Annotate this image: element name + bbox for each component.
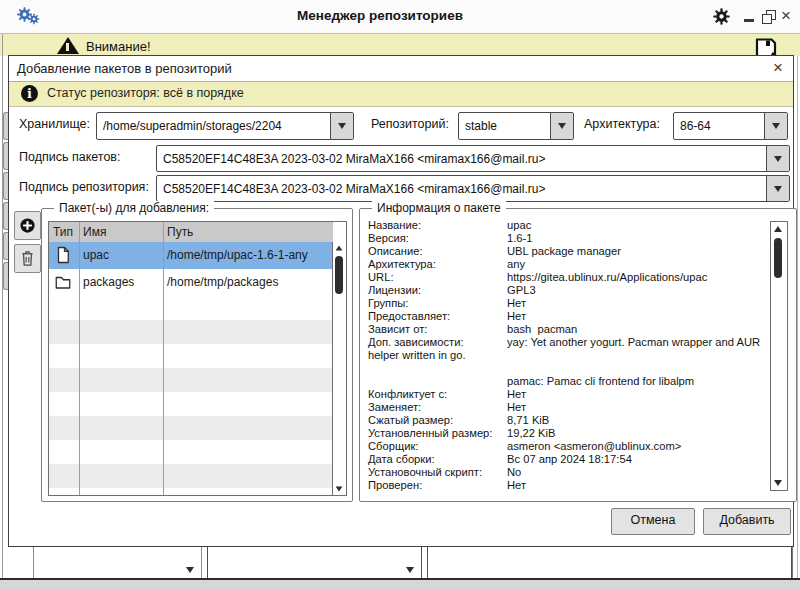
info-label: Сжатый размер: [368, 414, 453, 426]
package-path: /home/tmp/upac-1.6-1-any [167, 248, 308, 262]
plus-icon [18, 216, 37, 235]
info-row: Сжатый размер:8,71 KiB [360, 414, 770, 427]
info-row: Сборщик:asmeron <asmeron@ublinux.com> [360, 440, 770, 453]
scroll-up-icon[interactable] [336, 245, 343, 250]
info-value: GPL3 [507, 284, 536, 296]
info-row: Версия:1.6-1 [360, 232, 770, 245]
info-row: Группы:Нет [360, 297, 770, 310]
info-label: Дата сборки: [368, 453, 435, 465]
table-row[interactable]: packages/home/tmp/packages [49, 269, 333, 296]
packages-group-title: Пакет(-ы) для добавления: [54, 201, 214, 215]
info-label: Установочный скрипт: [368, 466, 482, 478]
dialog-close-icon[interactable]: × [769, 58, 787, 78]
add-package-button[interactable] [14, 211, 41, 240]
scroll-down-icon[interactable] [774, 480, 782, 486]
remove-package-button[interactable] [14, 244, 41, 273]
warning-text: Внимание! [86, 39, 151, 54]
info-label: Описание: [368, 245, 423, 257]
background-combobox-2[interactable] [207, 543, 422, 579]
storage-combobox[interactable]: /home/superadmin/storages/2204 [96, 112, 354, 140]
info-row: Установочный скрипт:No [360, 466, 770, 479]
info-row: Название:upac [360, 219, 770, 232]
info-label: Архитектура: [368, 258, 436, 270]
cancel-button[interactable]: Отмена [611, 508, 695, 535]
storage-value: /home/superadmin/storages/2204 [103, 119, 282, 133]
architecture-label: Архитектура: [584, 117, 660, 131]
package-info-scrollbar[interactable] [770, 221, 788, 491]
repository-sign-value: C58520EF14C48E3A 2023-03-02 MiraMaX166 <… [163, 182, 545, 196]
architecture-combobox[interactable]: 86-64 [673, 112, 788, 140]
info-row: Проверен:Нет [360, 479, 770, 492]
info-value: 8,71 KiB [507, 414, 549, 426]
column-header-name: Имя [83, 225, 106, 239]
column-header-type: Тип [53, 225, 73, 239]
packages-sign-value: C58520EF14C48E3A 2023-03-02 MiraMaX166 <… [163, 152, 545, 166]
info-value: any [507, 258, 525, 270]
file-icon [54, 246, 72, 264]
repository-value: stable [465, 119, 497, 133]
minimize-icon[interactable] [744, 19, 754, 22]
column-header-path: Путь [167, 225, 193, 239]
info-row: Заменяет:Нет [360, 401, 770, 414]
info-label: Конфликтует с: [368, 388, 447, 400]
info-label: Группы: [368, 297, 408, 309]
info-value: 19,22 KiB [507, 427, 556, 439]
info-value: Вс 07 апр 2024 18:17:54 [507, 453, 632, 465]
window-title: Менеджер репозиториев [0, 8, 760, 23]
packages-sign-dropdown-button[interactable] [766, 146, 789, 171]
info-row: Зависит от:bash pacman [360, 323, 770, 336]
background-panel [427, 543, 792, 579]
info-label: Версия: [368, 232, 409, 244]
add-button[interactable]: Добавить [703, 508, 791, 535]
info-row: URL:https://gitea.ublinux.ru/Application… [360, 271, 770, 284]
chevron-down-icon [774, 156, 782, 162]
scroll-up-icon[interactable] [774, 226, 782, 232]
repository-combobox[interactable]: stable [458, 112, 574, 140]
info-label: Доп. зависимости: [368, 336, 464, 348]
table-row[interactable]: upac/home/tmp/upac-1.6-1-any [49, 242, 333, 269]
packages-sign-combobox[interactable]: C58520EF14C48E3A 2023-03-02 MiraMaX166 <… [156, 145, 790, 172]
column-separator [79, 222, 80, 495]
scrollbar-thumb[interactable] [774, 238, 782, 278]
info-value: No [507, 466, 521, 478]
packages-table: Тип Имя Путь upac/home/tmp/upac-1.6-1-an… [48, 221, 347, 496]
packages-table-scrollbar[interactable] [332, 242, 346, 495]
column-separator [163, 222, 164, 495]
info-row: Доп. зависимости:yay: Yet another yogurt… [360, 336, 770, 349]
scrollbar-thumb[interactable] [335, 256, 343, 294]
storage-label: Хранилище: [19, 117, 90, 131]
repository-label: Репозиторий: [371, 117, 449, 131]
architecture-dropdown-button[interactable] [764, 113, 787, 139]
info-row: pamac: Pamac cli frontend for libalpm [360, 375, 770, 388]
info-label: URL: [368, 271, 394, 283]
packages-groupbox: Пакет(-ы) для добавления: Тип Имя Путь u… [41, 208, 353, 502]
repository-sign-combobox[interactable]: C58520EF14C48E3A 2023-03-02 MiraMaX166 <… [156, 175, 790, 202]
info-value: pamac: Pamac cli frontend for libalpm [507, 375, 694, 387]
restore-icon[interactable] [762, 14, 772, 24]
package-path: /home/tmp/packages [167, 275, 278, 289]
chevron-down-icon [774, 186, 782, 192]
info-row: Описание:UBL package manager [360, 245, 770, 258]
package-name: packages [83, 275, 134, 289]
background-combobox-1[interactable] [33, 543, 202, 579]
status-banner: i Статус репозиторя: всё в порядке [9, 81, 793, 107]
settings-gear-icon[interactable] [712, 7, 731, 26]
scroll-down-icon[interactable] [336, 486, 343, 491]
info-icon: i [21, 85, 38, 102]
packages-table-body: upac/home/tmp/upac-1.6-1-anypackages/hom… [49, 242, 333, 296]
info-value: https://gitea.ublinux.ru/Applications/up… [507, 271, 707, 283]
info-label: Сборщик: [368, 440, 418, 452]
window-titlebar: Менеджер репозиториев × [0, 0, 800, 34]
repository-sign-dropdown-button[interactable] [766, 176, 789, 201]
storage-dropdown-button[interactable] [330, 113, 353, 139]
chevron-down-icon [186, 567, 194, 573]
window-close-icon[interactable]: × [781, 6, 791, 26]
info-label: Проверен: [368, 479, 422, 491]
warning-triangle-bang [66, 43, 69, 51]
info-label: Зависит от: [368, 323, 427, 335]
repository-dropdown-button[interactable] [550, 113, 573, 139]
info-row: helper written in go. [360, 349, 770, 362]
info-value: 1.6-1 [507, 232, 533, 244]
package-name: upac [83, 248, 109, 262]
info-row: Предоставляет:Нет [360, 310, 770, 323]
